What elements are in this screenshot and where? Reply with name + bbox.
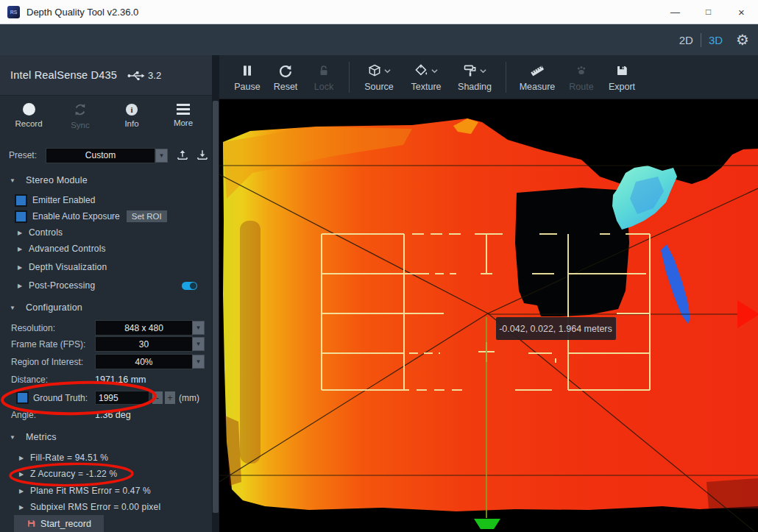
cube-icon	[367, 63, 382, 78]
hamburger-icon	[177, 104, 190, 115]
chevron-down-icon	[431, 68, 438, 74]
angle-label: Angle:	[11, 410, 36, 420]
sidebar-scrollbar-thumb[interactable]	[213, 101, 219, 513]
roi-label: Region of Interest:	[11, 357, 83, 367]
resolution-dropdown[interactable]: 848 x 480	[95, 320, 193, 336]
metric-fill-rate[interactable]: ▶ Fill-Rate = 94.51 %	[0, 451, 212, 464]
section-metrics[interactable]: ▼ Metrics	[0, 430, 212, 444]
depth-quality-tool-window: RS Depth Quality Tool v2.36.0 — □ × 2D 3…	[0, 0, 758, 532]
pause-icon	[240, 62, 255, 79]
set-roi-button[interactable]: Set ROI	[127, 210, 167, 222]
section-depth-visualization[interactable]: ▶ Depth Visualization	[0, 260, 212, 274]
emitter-enabled-checkbox[interactable]	[15, 194, 27, 207]
section-expanded-icon: ▼	[0, 177, 26, 184]
pause-button[interactable]: Pause	[231, 62, 263, 92]
gear-icon[interactable]: ⚙	[736, 32, 749, 47]
realsense-logo-icon: RS	[7, 6, 20, 18]
sync-button: Sync	[54, 95, 106, 136]
tab-2d[interactable]: 2D	[672, 34, 701, 46]
paint-roller-icon	[463, 63, 478, 78]
section-collapsed-icon: ▶	[18, 283, 29, 289]
shading-button[interactable]: Shading	[453, 62, 497, 92]
close-button[interactable]: ×	[725, 0, 758, 24]
ground-truth-unit: (mm)	[179, 393, 199, 403]
measure-button[interactable]: Measure	[515, 62, 559, 92]
paint-bucket-icon	[414, 63, 429, 78]
resolution-dropdown-arrow-icon[interactable]: ▼	[192, 321, 205, 335]
distance-label: Distance:	[11, 375, 48, 385]
frame-rate-dropdown[interactable]: 30	[95, 336, 193, 352]
sidebar-scrollbar[interactable]	[212, 55, 219, 532]
floppy-icon	[615, 62, 628, 79]
resolution-label: Resolution:	[11, 323, 55, 333]
auto-exposure-label: Enable Auto Exposure	[32, 211, 120, 221]
section-collapsed-icon: ▶	[18, 246, 29, 252]
info-icon: i	[126, 104, 138, 116]
section-expanded-icon: ▼	[0, 305, 26, 311]
maximize-button[interactable]: □	[692, 0, 725, 24]
floppy-icon	[26, 519, 36, 528]
device-header[interactable]: Intel RealSense D435 3.2	[0, 55, 212, 96]
preset-dropdown[interactable]: Custom	[46, 148, 155, 163]
section-post-processing[interactable]: ▶ Post-Processing	[0, 279, 212, 292]
metric-subpixel-rms[interactable]: ▶ Subpixel RMS Error = 0.00 pixel	[0, 500, 212, 514]
frame-rate-label: Frame Rate (FPS):	[11, 339, 85, 350]
distance-value: 1971.16 mm	[95, 375, 146, 385]
section-collapsed-icon: ▶	[19, 504, 30, 511]
ground-truth-input[interactable]	[95, 391, 149, 405]
section-collapsed-icon: ▶	[19, 455, 30, 461]
download-preset-icon[interactable]	[196, 149, 209, 162]
export-button[interactable]: Export	[603, 62, 640, 92]
section-stereo-module[interactable]: ▼ Stereo Module	[0, 174, 212, 187]
toolbar-separator	[349, 62, 350, 93]
preset-dropdown-arrow-icon[interactable]: ▼	[155, 149, 168, 163]
more-button[interactable]: More	[157, 95, 209, 136]
window-title: Depth Quality Tool v2.36.0	[26, 7, 138, 18]
section-expanded-icon: ▼	[0, 434, 26, 441]
device-name: Intel RealSense D435	[10, 69, 117, 81]
roi-dropdown[interactable]: 40%	[95, 354, 193, 369]
cloud-shadow-band	[240, 221, 261, 464]
section-configuration[interactable]: ▼ Configuration	[0, 301, 212, 314]
route-button: Route	[564, 62, 599, 92]
roi-dropdown-arrow-icon[interactable]: ▼	[192, 355, 205, 369]
cloud-dark-corner	[706, 478, 758, 508]
ground-truth-minus-button[interactable]: -	[152, 391, 163, 404]
start-record-button[interactable]: Start_record	[14, 515, 104, 532]
record-button[interactable]: Record	[3, 95, 54, 136]
source-button[interactable]: Source	[358, 62, 400, 92]
control-panel: Intel RealSense D435 3.2 Record	[0, 55, 212, 532]
section-controls[interactable]: ▶ Controls	[0, 226, 212, 239]
minimize-button[interactable]: —	[659, 0, 692, 24]
title-bar: RS Depth Quality Tool v2.36.0 — □ ×	[0, 0, 758, 24]
auto-exposure-checkbox[interactable]	[15, 210, 27, 223]
upload-preset-icon[interactable]	[176, 149, 189, 162]
section-collapsed-icon: ▶	[18, 264, 29, 271]
sync-icon	[73, 102, 88, 117]
coordinates-tooltip: -0.042, 0.022, 1.964 meters	[496, 317, 616, 340]
ruler-icon	[529, 62, 545, 79]
texture-button[interactable]: Texture	[404, 62, 448, 92]
tab-3d[interactable]: 3D	[701, 34, 730, 46]
metric-z-accuracy[interactable]: ▶ Z Accuracy = -1.22 %	[0, 467, 212, 480]
section-advanced-controls[interactable]: ▶ Advanced Controls	[0, 242, 212, 255]
usb-icon	[127, 71, 145, 80]
section-collapsed-icon: ▶	[19, 471, 30, 478]
reset-icon	[278, 62, 293, 79]
metric-plane-fit-rms[interactable]: ▶ Plane Fit RMS Error = 0.47 %	[0, 484, 212, 497]
ground-truth-plus-button[interactable]: +	[165, 391, 175, 404]
app-header: 2D 3D ⚙	[0, 24, 758, 55]
info-button[interactable]: i Info	[106, 95, 157, 136]
record-icon	[23, 103, 35, 116]
chevron-down-icon	[480, 68, 486, 74]
post-processing-toggle[interactable]	[182, 282, 197, 290]
lock-icon	[317, 62, 330, 79]
section-collapsed-icon: ▶	[19, 488, 30, 494]
angle-value: 1.36 deg	[95, 410, 131, 420]
emitter-enabled-label: Emitter Enabled	[32, 195, 95, 205]
device-actions: Record Sync i Info More	[3, 95, 209, 136]
frame-rate-dropdown-arrow-icon[interactable]: ▼	[192, 337, 205, 351]
reset-button[interactable]: Reset	[268, 62, 303, 92]
pointcloud-viewport[interactable]: -0.042, 0.022, 1.964 meters	[219, 99, 758, 532]
ground-truth-checkbox[interactable]	[16, 391, 29, 404]
